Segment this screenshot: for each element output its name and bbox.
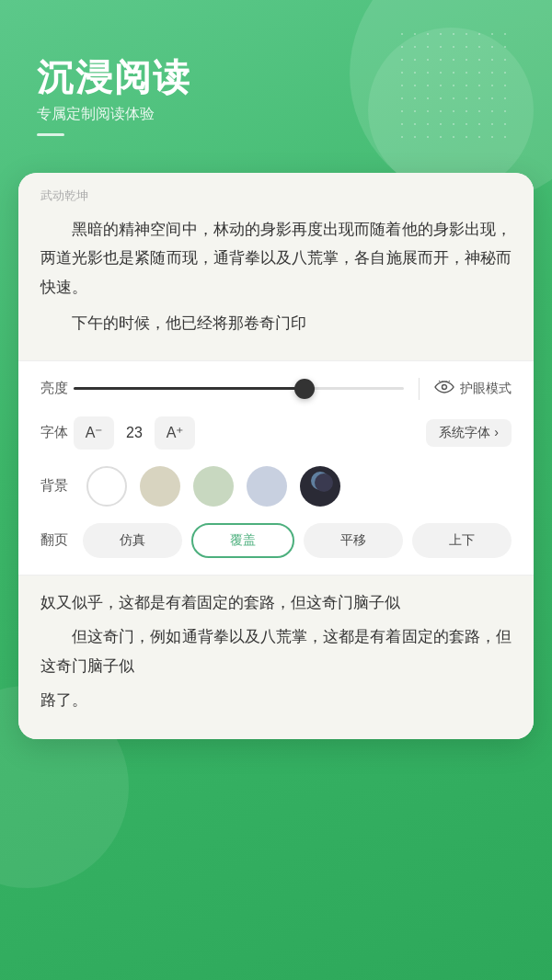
bg-option-dark[interactable] bbox=[300, 466, 340, 507]
reading-area-top: 武动乾坤 黑暗的精神空间中，林动的身影再度出现而随着他的身影出现，两道光影也是紧… bbox=[18, 173, 534, 360]
eye-mode-label: 护眼模式 bbox=[460, 381, 512, 397]
font-decrease-button[interactable]: A⁻ bbox=[74, 416, 114, 450]
reading-area-bottom: 奴又似乎，这都是有着固定的套路，但这奇门脑子似 但这奇门，例如通背拳以及八荒掌，… bbox=[18, 575, 534, 739]
eye-mode-control[interactable]: 护眼模式 bbox=[434, 379, 512, 398]
bg-label: 背景 bbox=[40, 477, 74, 495]
brightness-slider-wrap[interactable] bbox=[74, 387, 404, 390]
pageturn-option-simulated[interactable]: 仿真 bbox=[83, 523, 182, 558]
font-controls: A⁻ 23 A⁺ 系统字体 › bbox=[74, 416, 512, 450]
pageturn-row: 翻页 仿真 覆盖 平移 上下 bbox=[40, 523, 512, 558]
font-row: 字体 A⁻ 23 A⁺ 系统字体 › bbox=[40, 416, 512, 450]
header: 沉浸阅读 专属定制阅读体验 bbox=[0, 0, 552, 164]
svg-line-3 bbox=[446, 381, 447, 382]
control-panel: 亮度 bbox=[18, 360, 534, 575]
reading-bottom-paragraph-2: 但这奇门，例如通背拳以及八荒掌，这都是有着固定的套路，但这奇门脑子似 bbox=[40, 622, 512, 680]
page-subtitle: 专属定制阅读体验 bbox=[37, 105, 515, 124]
page-title: 沉浸阅读 bbox=[37, 55, 515, 99]
brightness-label: 亮度 bbox=[40, 380, 74, 397]
background-row: 背景 bbox=[40, 466, 512, 507]
main-card: 武动乾坤 黑暗的精神空间中，林动的身影再度出现而随着他的身影出现，两道光影也是紧… bbox=[18, 173, 534, 739]
font-label: 字体 bbox=[40, 424, 74, 441]
pageturn-option-vertical[interactable]: 上下 bbox=[412, 523, 512, 558]
slider-thumb[interactable] bbox=[294, 379, 315, 399]
brightness-row: 亮度 bbox=[40, 378, 512, 400]
svg-line-1 bbox=[439, 381, 440, 382]
svg-line-2 bbox=[443, 381, 443, 382]
bg-option-green[interactable] bbox=[193, 466, 234, 507]
font-increase-button[interactable]: A⁺ bbox=[155, 416, 195, 450]
reading-fade bbox=[18, 333, 534, 360]
title-underline bbox=[37, 133, 64, 136]
font-type-button[interactable]: 系统字体 › bbox=[426, 419, 512, 447]
reading-bottom-paragraph-3: 路了。 bbox=[40, 686, 512, 714]
book-title: 武动乾坤 bbox=[40, 188, 512, 204]
svg-line-4 bbox=[449, 381, 450, 382]
pageturn-option-cover[interactable]: 覆盖 bbox=[191, 523, 294, 558]
svg-point-0 bbox=[443, 385, 447, 390]
eye-icon bbox=[434, 379, 454, 398]
slider-track[interactable] bbox=[74, 387, 404, 390]
reading-bottom-paragraph-1: 奴又似乎，这都是有着固定的套路，但这奇门脑子似 bbox=[40, 588, 512, 617]
reading-text-main: 黑暗的精神空间中，林动的身影再度出现而随着他的身影出现，两道光影也是紧随而现，通… bbox=[40, 215, 512, 338]
slider-fill bbox=[74, 387, 305, 390]
bg-option-white[interactable] bbox=[86, 466, 127, 507]
font-size-display: 23 bbox=[123, 425, 145, 441]
divider bbox=[419, 378, 420, 400]
bg-option-beige[interactable] bbox=[140, 466, 180, 507]
bg-option-blue[interactable] bbox=[247, 466, 287, 507]
pageturn-option-slide[interactable]: 平移 bbox=[304, 523, 403, 558]
pageturn-label: 翻页 bbox=[40, 531, 74, 549]
moon-icon bbox=[315, 473, 333, 492]
reading-text-bottom: 奴又似乎，这都是有着固定的套路，但这奇门脑子似 但这奇门，例如通背拳以及八荒掌，… bbox=[40, 588, 512, 715]
reading-paragraph-1: 黑暗的精神空间中，林动的身影再度出现而随着他的身影出现，两道光影也是紧随而现，通… bbox=[40, 215, 512, 302]
